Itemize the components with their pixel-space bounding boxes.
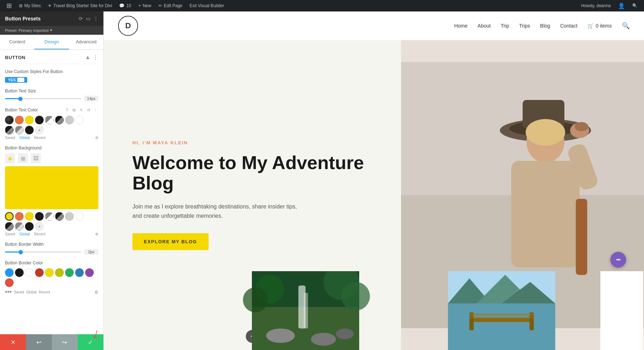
my-sites-label: My Sites [24,3,41,8]
help-icon[interactable]: ? [64,107,70,113]
border-swatch-black[interactable] [15,268,24,277]
border-settings-icon[interactable]: ⚙ [94,290,98,295]
copy-icon[interactable]: ⧉ [71,107,77,113]
bg-image-type[interactable]: 🖼 [31,153,41,163]
more-options-icon[interactable]: ⋮ [93,16,98,21]
border-global[interactable]: Global [26,290,36,294]
border-swatch-yellow[interactable] [45,268,54,277]
bg-swatch-dark2[interactable] [55,212,64,221]
wp-logo-item[interactable]: ⊞ [3,0,15,11]
bg-color-type[interactable]: ◉ [5,153,15,163]
border-swatch-red[interactable] [35,268,44,277]
bg-swatch-b2[interactable] [15,222,24,231]
sync-icon[interactable]: ⟳ [79,16,83,21]
panel-title: Button Presets [5,16,41,21]
section-collapse-icon[interactable]: ▲ [85,54,91,61]
new-item[interactable]: + New [135,0,155,11]
site-menu: Home About Trip Trips Blog Contact 🛒 0 i… [454,22,630,30]
comments-item[interactable]: 💬 10 [116,0,135,11]
cart-count: 0 items [596,23,612,29]
more-icon[interactable]: ⋮ [93,107,98,113]
nav-cart[interactable]: 🛒 0 items [587,23,612,29]
custom-styles-toggle[interactable]: YES [5,77,27,83]
pointer-icon[interactable]: ↖ [78,107,84,113]
border-swatch-olive[interactable] [55,268,64,277]
exit-builder-item[interactable]: Exit Visual Builder [186,0,228,11]
redo-button[interactable]: ↪ [52,334,78,350]
bg-swatch-black[interactable] [35,212,44,221]
bg-global[interactable]: Global [19,232,30,236]
preset-dropdown-icon[interactable]: ▾ [50,28,52,33]
admin-search[interactable]: 🔍 [629,0,641,11]
section-more-icon[interactable]: ⋮ [93,54,98,61]
border-recent: Recent [39,290,50,294]
svg-point-7 [526,119,565,145]
text-color-swatch-halftone[interactable] [45,116,54,124]
border-width-label: Button Border Width [5,242,98,247]
text-color-swatch-white[interactable] [75,116,84,124]
fab-button[interactable]: ••• [610,252,626,268]
text-color-add-swatch[interactable]: + [35,126,44,134]
nav-about[interactable]: About [478,23,491,29]
border-more-icon[interactable]: ••• [5,288,12,296]
nav-contact[interactable]: Contact [560,23,577,29]
bg-gradient-type[interactable]: ▦ [18,153,28,163]
bg-color-add-swatch[interactable]: + [35,222,44,231]
save-button[interactable]: ✓ [78,334,103,350]
collapse-icon[interactable]: ▭ [86,16,91,21]
border-swatch-pencil[interactable] [5,268,14,277]
border-width-thumb[interactable] [19,250,23,254]
text-size-slider-thumb[interactable] [18,97,23,101]
edit-page-item[interactable]: ✏ Edit Page [155,0,186,11]
bg-swatch-yellow-selected[interactable] [5,212,14,221]
text-size-slider-track[interactable] [5,98,81,99]
logo-letter: D [125,21,131,30]
travel-blog-item[interactable]: ✈ Travel Blog Starter Site for Divi [44,0,116,11]
border-swatch-green[interactable] [65,268,74,277]
custom-styles-toggle-row: Use Custom Styles For Button YES [5,69,98,83]
bg-swatch-b3[interactable] [25,222,34,231]
text-color-swatch-yellow[interactable] [25,116,34,124]
bg-swatch-b1[interactable] [5,222,14,231]
preset-bar: Preset: Primary imported ▾ [0,26,103,35]
text-color-swatch-dark-selected[interactable] [5,116,14,124]
bg-color-preview[interactable] [5,166,98,209]
text-color-global[interactable]: Global [19,136,30,140]
border-swatch-white[interactable] [25,268,34,277]
my-sites-item[interactable]: ⊞ My Sites [15,0,44,11]
text-color-swatch-b2[interactable] [15,126,24,134]
text-color-swatch-b1[interactable] [5,126,14,134]
user-avatar[interactable]: 👤 [614,0,629,11]
bg-swatch-halftone[interactable] [45,212,54,221]
nav-trips[interactable]: Trips [519,23,530,29]
undo-button[interactable]: ↩ [26,334,52,350]
hero-cta-button[interactable]: EXPLORE MY BLOG [132,233,209,250]
bg-swatch-gray[interactable] [65,212,74,221]
bg-settings-icon[interactable]: ⚙ [95,232,98,236]
border-swatch-blue[interactable] [75,268,84,277]
text-color-swatch-orange[interactable] [15,116,24,124]
border-swatch-purple[interactable] [85,268,94,277]
tab-design[interactable]: Design [34,35,69,49]
text-color-swatch-b3[interactable] [25,126,34,134]
cancel-button[interactable]: ✕ [0,334,26,350]
tab-content[interactable]: Content [0,35,34,49]
bg-swatch-yellow2[interactable] [25,212,34,221]
border-width-track[interactable] [5,251,81,253]
nav-blog[interactable]: Blog [540,23,550,29]
nav-home[interactable]: Home [454,23,467,29]
new-label: New [143,3,151,8]
text-color-swatch-dark2[interactable] [55,116,64,124]
bg-swatch-orange[interactable] [15,212,24,221]
tab-advanced[interactable]: Advanced [69,35,103,49]
comments-count: 10 [126,3,131,8]
nav-search[interactable]: 🔍 [622,22,630,30]
bg-swatch-white[interactable] [75,212,84,221]
text-color-swatch-black[interactable] [35,116,44,124]
border-swatch-pencil-red[interactable] [5,278,14,287]
nav-trip[interactable]: Trip [501,23,509,29]
text-color-settings-icon[interactable]: ⚙ [95,136,98,140]
bg-color-row: Button Background ◉ ▦ 🖼 [5,145,98,236]
text-color-swatch-gray[interactable] [65,116,74,124]
reset-icon[interactable]: ↺ [86,107,91,113]
